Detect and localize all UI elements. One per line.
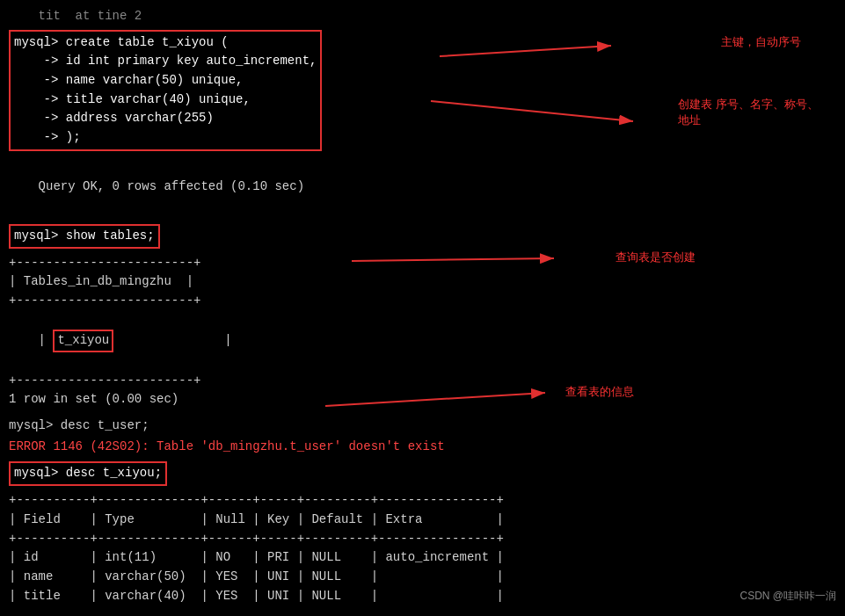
row-id-line: | id | int(11) | NO | PRI | NULL | auto_… <box>9 548 836 568</box>
border3-line: +------------------------+ <box>9 372 836 391</box>
create-cmd-line: mysql> create table t_xiyou ( <box>14 33 317 53</box>
desc-t-user-line: mysql> desc t_user; <box>9 417 836 436</box>
border1-line: +------------------------+ <box>9 254 836 273</box>
scroll-hint-line: tit at tine 2 <box>9 7 836 26</box>
create-l2-line: -> name varchar(50) unique, <box>14 71 317 91</box>
border2-line: +------------------------+ <box>9 292 836 311</box>
pipe-left: | <box>39 333 54 347</box>
table-header-line: | Field | Type | Null | Key | Default | … <box>9 511 836 530</box>
row-title-line: | title | varchar(40) | YES | UNI | NULL… <box>9 587 836 606</box>
pipe-right: | <box>113 333 231 347</box>
tables-header-line: | Tables_in_db_mingzhu | <box>9 272 836 292</box>
create-l1-line: -> id int primary key auto_increment, <box>14 52 317 71</box>
watermark: CSDN @哇咔咔一润 <box>739 588 836 605</box>
query-ok-line: Query OK, 0 rows affected (0.10 sec) <box>9 158 836 215</box>
create-table-box: mysql> create table t_xiyou ( -> id int … <box>9 30 322 151</box>
table-top-line: +----------+--------------+------+-----+… <box>9 491 836 511</box>
terminal: tit at tine 2 mysql> create table t_xiyo… <box>0 0 845 612</box>
query-ok-text: Query OK, 0 rows affected (0.10 sec) <box>39 179 304 193</box>
create-l5-line: -> ); <box>14 128 317 148</box>
row-name-line: | name | varchar(50) | YES | UNI | NULL … <box>9 568 836 587</box>
t-xiyou-row-line: | t_xiyou | <box>9 311 836 372</box>
create-l3-line: -> title varchar(40) unique, <box>14 91 317 110</box>
t-xiyou-label: t_xiyou <box>53 330 113 352</box>
desc-t-xiyou-text: mysql> desc t_xiyou; <box>14 466 162 480</box>
create-l4-line: -> address varchar(255) <box>14 109 317 128</box>
show-cmd-text: mysql> show tables; <box>14 228 155 243</box>
show-tables-box: mysql> show tables; <box>9 224 160 249</box>
table-sep-line: +----------+--------------+------+-----+… <box>9 530 836 549</box>
show-tables-section: mysql> show tables; <box>9 222 836 250</box>
row-count-line: 1 row in set (0.00 sec) <box>9 390 836 409</box>
create-table-section: mysql> create table t_xiyou ( -> id int … <box>9 30 836 153</box>
desc-t-xiyou-box: mysql> desc t_xiyou; <box>9 461 167 486</box>
desc-t-xiyou-section: mysql> desc t_xiyou; <box>9 460 836 488</box>
error-line: ERROR 1146 (42S02): Table 'db_mingzhu.t_… <box>9 438 836 457</box>
